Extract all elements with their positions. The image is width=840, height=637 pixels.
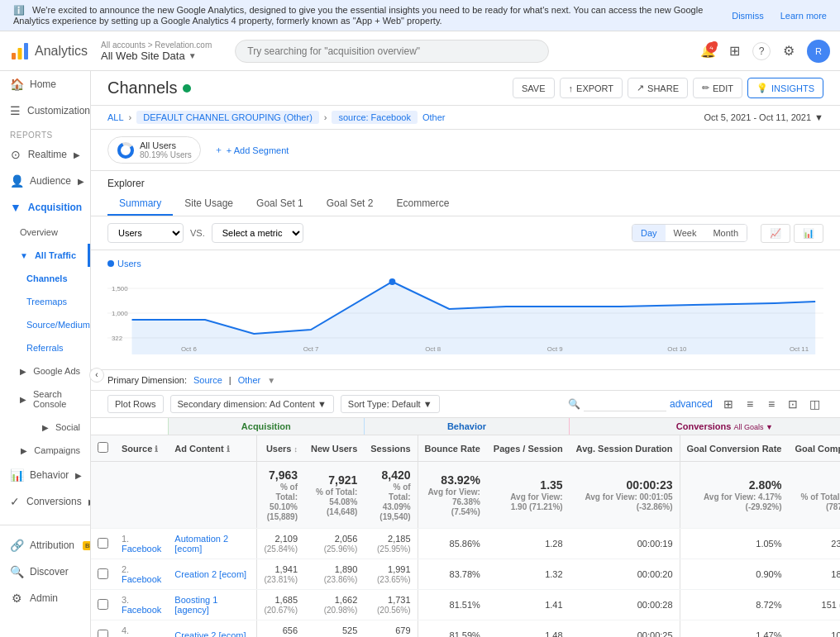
- sidebar-item-all-traffic[interactable]: ▼ All Traffic: [0, 244, 90, 267]
- advanced-link[interactable]: advanced: [670, 398, 713, 410]
- legend-label: Users: [117, 259, 141, 269]
- filter-default-channel[interactable]: DEFAULT CHANNEL GROUPING (Other): [136, 111, 319, 124]
- bounce-rate-header[interactable]: Bounce Rate: [418, 435, 487, 462]
- insights-button[interactable]: 💡 INSIGHTS: [747, 78, 823, 98]
- breadcrumb-property[interactable]: All accounts > Revelation.com All Web Si…: [101, 40, 212, 62]
- sidebar-item-source-medium[interactable]: Source/Medium: [0, 313, 90, 336]
- sidebar-item-audience[interactable]: 👤 Audience ▶: [0, 168, 90, 194]
- row-ad-content-text[interactable]: Boosting 1 [agency]: [174, 595, 217, 615]
- secondary-dimension-button[interactable]: Secondary dimension: Ad Content ▼: [170, 395, 334, 413]
- search-console-expand-icon: ▶: [20, 395, 26, 404]
- row-ad-content-text[interactable]: Creative 2 [ecom]: [174, 630, 246, 637]
- row-source[interactable]: Facebook: [122, 574, 161, 584]
- date-range-selector[interactable]: Oct 5, 2021 - Oct 11, 2021 ▼: [704, 112, 823, 122]
- table-view-icon[interactable]: ⊞: [719, 395, 737, 413]
- export-button[interactable]: ↑ EXPORT: [560, 78, 623, 98]
- pivot-view-icon[interactable]: ⊡: [784, 395, 802, 413]
- bar-chart-button[interactable]: 📊: [794, 224, 823, 243]
- notifications-icon[interactable]: 🔔 4: [699, 43, 716, 59]
- row-checkbox[interactable]: [98, 599, 108, 610]
- row-checkbox[interactable]: [98, 538, 108, 549]
- new-users-header[interactable]: New Users: [304, 435, 364, 462]
- row-checkbox-cell[interactable]: [91, 559, 115, 590]
- row-source[interactable]: Facebook: [122, 605, 161, 615]
- plot-rows-button[interactable]: Plot Rows: [107, 395, 164, 413]
- help-icon[interactable]: ?: [752, 42, 771, 60]
- sidebar-item-social[interactable]: ▶ Social: [0, 416, 90, 439]
- row-ad-content-text[interactable]: Creation 2 [ecom]: [174, 569, 246, 579]
- performance-view-icon[interactable]: ≡: [741, 395, 759, 413]
- row-checkbox[interactable]: [98, 630, 108, 638]
- tab-summary[interactable]: Summary: [107, 193, 173, 216]
- metric-select[interactable]: Users Sessions New Users: [107, 223, 184, 243]
- users-header[interactable]: Users ↕: [257, 435, 304, 462]
- ad-content-header[interactable]: Ad Content ℹ: [168, 435, 257, 462]
- filter-all-link[interactable]: ALL: [107, 112, 124, 122]
- filter-source[interactable]: source: Facebook: [332, 111, 417, 124]
- google-ads-expand-icon: ▶: [20, 367, 26, 376]
- table-search-input[interactable]: [584, 397, 666, 411]
- add-segment-button[interactable]: ＋ + Add Segment: [214, 144, 289, 156]
- other-dimension-link[interactable]: Other: [238, 375, 261, 385]
- share-button[interactable]: ↗ SHARE: [628, 78, 688, 98]
- sidebar-item-attribution[interactable]: 🔗 Attribution BETA: [0, 532, 90, 559]
- tab-site-usage[interactable]: Site Usage: [173, 193, 245, 216]
- lifecycle-view-icon[interactable]: ◫: [805, 395, 823, 413]
- sidebar-item-google-ads[interactable]: ▶ Google Ads: [0, 359, 90, 383]
- sidebar-item-overview[interactable]: Overview: [0, 221, 90, 244]
- sidebar-item-discover[interactable]: 🔍 Discover: [0, 559, 90, 585]
- sidebar-item-treemaps[interactable]: Treemaps: [0, 290, 90, 313]
- sort-type-button[interactable]: Sort Type: Default ▼: [341, 395, 440, 413]
- sidebar-item-realtime[interactable]: ⊙ Realtime ▶: [0, 141, 90, 168]
- source-dimension-link[interactable]: Source: [193, 375, 222, 385]
- learn-more-link[interactable]: Learn more: [780, 11, 827, 21]
- edit-button[interactable]: ✏ EDIT: [693, 78, 742, 98]
- goal-conv-rate-header[interactable]: Goal Conversion Rate: [680, 435, 788, 462]
- sidebar-item-behavior[interactable]: 📊 Behavior ▶: [0, 462, 90, 488]
- property-selector[interactable]: All Web Site Data ▼: [101, 50, 212, 62]
- sidebar-item-conversions[interactable]: ✓ Conversions ▶: [0, 488, 90, 515]
- user-avatar[interactable]: R: [807, 40, 830, 63]
- sidebar-item-acquisition[interactable]: ▼ Acquisition: [0, 194, 90, 221]
- tab-ecommerce[interactable]: Ecommerce: [384, 193, 461, 216]
- tab-goal-set-1[interactable]: Goal Set 1: [245, 193, 315, 216]
- property-dropdown-icon[interactable]: ▼: [189, 51, 197, 60]
- filter-other[interactable]: Other: [422, 112, 446, 122]
- source-info-icon[interactable]: ℹ: [155, 444, 158, 454]
- sidebar-item-search-console[interactable]: ▶ Search Console: [0, 383, 90, 416]
- goal-completions-header[interactable]: Goal Completions: [788, 435, 840, 462]
- settings-icon[interactable]: ⚙: [780, 43, 797, 59]
- sessions-header[interactable]: Sessions: [364, 435, 418, 462]
- sidebar-item-admin[interactable]: ⚙ Admin: [0, 585, 90, 611]
- tab-goal-set-2[interactable]: Goal Set 2: [315, 193, 385, 216]
- source-header[interactable]: Source ℹ: [115, 435, 168, 462]
- avg-session-header[interactable]: Avg. Session Duration: [570, 435, 680, 462]
- sidebar-item-campaigns[interactable]: ▶ Campaigns: [0, 439, 90, 462]
- sidebar-item-home[interactable]: 🏠 Home: [0, 71, 90, 97]
- comparison-view-icon[interactable]: ≡: [762, 395, 780, 413]
- sidebar-item-customization[interactable]: ☰ Customization: [0, 97, 90, 124]
- select-all-checkbox[interactable]: [98, 442, 108, 453]
- save-button[interactable]: SAVE: [513, 78, 555, 98]
- row-ad-content-text[interactable]: Automation 2 [ecom]: [174, 534, 228, 554]
- row-checkbox-cell[interactable]: [91, 590, 115, 620]
- month-button[interactable]: Month: [704, 225, 747, 241]
- search-input[interactable]: [235, 40, 549, 63]
- sidebar-item-referrals[interactable]: Referrals: [0, 336, 90, 359]
- day-button[interactable]: Day: [632, 225, 666, 241]
- all-users-segment[interactable]: All Users 80.19% Users: [107, 136, 201, 164]
- other-dimension-dropdown-icon[interactable]: ▼: [267, 376, 275, 385]
- week-button[interactable]: Week: [666, 225, 705, 241]
- ad-content-info-icon[interactable]: ℹ: [227, 444, 230, 454]
- pages-session-header[interactable]: Pages / Session: [487, 435, 570, 462]
- row-checkbox-cell[interactable]: [91, 529, 115, 559]
- apps-grid-icon[interactable]: ⊞: [726, 43, 742, 59]
- row-source[interactable]: Facebook: [122, 544, 161, 554]
- row-checkbox[interactable]: [98, 568, 108, 579]
- compare-metric-select[interactable]: Select a metric: [212, 223, 303, 243]
- row-checkbox-cell[interactable]: [91, 620, 115, 638]
- line-chart-button[interactable]: 📈: [761, 224, 790, 243]
- dismiss-link[interactable]: Dismiss: [732, 11, 764, 21]
- select-all-header[interactable]: [91, 435, 115, 462]
- sidebar-item-channels[interactable]: Channels: [0, 267, 90, 290]
